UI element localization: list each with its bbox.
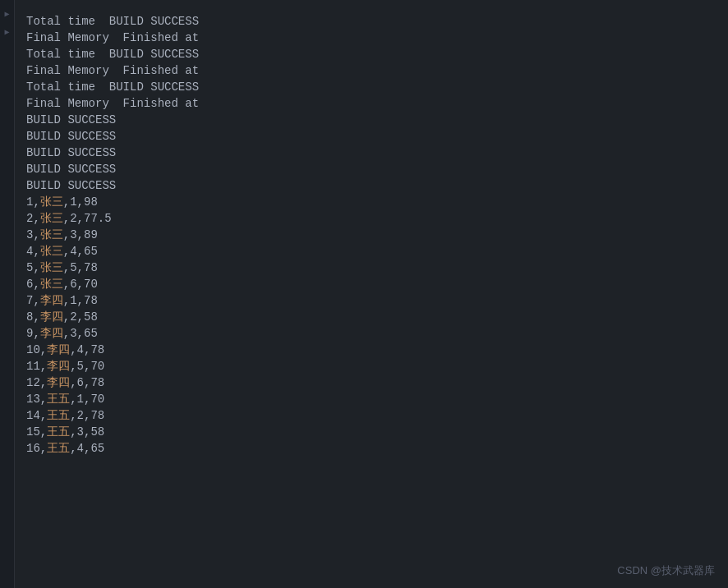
terminal-line: 11,李四,5,70 xyxy=(26,358,720,374)
watermark: CSDN @技术武器库 xyxy=(617,563,715,578)
terminal-line: 5,张三,5,78 xyxy=(26,260,720,276)
terminal-line: 9,李四,3,65 xyxy=(26,325,720,342)
terminal-line: 13,王五,1,70 xyxy=(26,391,720,407)
terminal-line: Final Memory Finished at xyxy=(26,62,720,79)
line-gutter: ▶ ▶ xyxy=(0,0,15,588)
terminal-line: 10,李四,4,78 xyxy=(26,342,720,358)
terminal-line: Final Memory Finished at xyxy=(26,30,720,46)
terminal-line: BUILD SUCCESS xyxy=(26,112,720,128)
terminal-line: 1,张三,1,98 xyxy=(26,194,720,210)
gutter-arrow-1: ▶ xyxy=(4,7,9,23)
gutter-arrow-2: ▶ xyxy=(4,25,9,41)
terminal-line: 2,张三,2,77.5 xyxy=(26,210,720,227)
terminal-line: BUILD SUCCESS xyxy=(26,161,720,177)
terminal-line: Total time BUILD SUCCESS xyxy=(26,79,720,95)
terminal-line: 8,李四,2,58 xyxy=(26,309,720,325)
terminal-line: 6,张三,6,70 xyxy=(26,276,720,292)
terminal-window: ▶ ▶ Total time BUILD SUCCESSFinal Memory… xyxy=(0,0,728,588)
terminal-line: 16,王五,4,65 xyxy=(26,440,720,457)
terminal-line: 7,李四,1,78 xyxy=(26,292,720,309)
terminal-line: Total time BUILD SUCCESS xyxy=(26,46,720,62)
terminal-line: 14,王五,2,78 xyxy=(26,407,720,424)
content-area: Total time BUILD SUCCESSFinal Memory Fin… xyxy=(18,7,728,463)
terminal-line: BUILD SUCCESS xyxy=(26,177,720,194)
terminal-line: 4,张三,4,65 xyxy=(26,243,720,260)
terminal-line: BUILD SUCCESS xyxy=(26,145,720,161)
terminal-line: BUILD SUCCESS xyxy=(26,128,720,145)
terminal-line: Final Memory Finished at xyxy=(26,95,720,112)
terminal-line: 12,李四,6,78 xyxy=(26,374,720,391)
terminal-line: Total time BUILD SUCCESS xyxy=(26,13,720,30)
terminal-line: 3,张三,3,89 xyxy=(26,227,720,243)
terminal-line: 15,王五,3,58 xyxy=(26,424,720,440)
